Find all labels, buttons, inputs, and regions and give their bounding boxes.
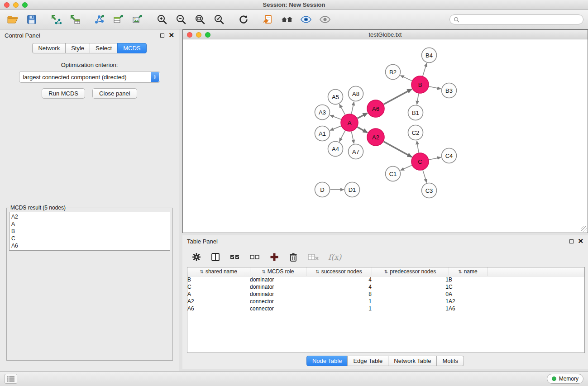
save-session-button[interactable]: [24, 12, 40, 27]
graph-node-B3[interactable]: B3: [442, 83, 457, 98]
graph-edge-A-A3[interactable]: [330, 115, 341, 119]
graph-edge-C-C2[interactable]: [417, 141, 419, 152]
graph-node-C4[interactable]: C4: [442, 148, 457, 163]
graph-node-C[interactable]: C: [411, 153, 429, 170]
graphics-details-button[interactable]: [298, 12, 314, 27]
tab-style[interactable]: Style: [65, 43, 90, 53]
column-header-successor-nodes[interactable]: ⇅successor nodes: [306, 267, 372, 276]
criterion-dropdown[interactable]: largest connected component (directed) ▴…: [19, 71, 160, 83]
graph-node-D[interactable]: D: [315, 182, 330, 197]
zoom-out-button[interactable]: [173, 12, 189, 27]
mcds-result-item[interactable]: A: [11, 220, 168, 228]
network-minimize-button[interactable]: [196, 32, 201, 38]
table-row[interactable]: A2connector11A2: [187, 298, 584, 305]
graph-edge-C-C3[interactable]: [423, 170, 427, 182]
table-row[interactable]: Cdominator41C: [187, 283, 584, 291]
graph-edge-A-A1[interactable]: [330, 126, 341, 130]
apply-layout-button[interactable]: [235, 12, 252, 27]
graph-node-A2[interactable]: A2: [367, 129, 384, 146]
column-header-shared-name[interactable]: ⇅shared name: [187, 267, 250, 276]
graph-edge-A-A8[interactable]: [351, 102, 354, 114]
open-session-button[interactable]: [5, 12, 21, 27]
window-resize-handle[interactable]: [581, 226, 587, 232]
mcds-result-item[interactable]: C: [11, 235, 168, 242]
graph-node-A3[interactable]: A3: [315, 105, 330, 120]
mcds-result-item[interactable]: A6: [11, 242, 168, 249]
graph-node-A8[interactable]: A8: [349, 86, 363, 101]
deselect-all-button[interactable]: [249, 252, 260, 262]
graph-edge-B-B2[interactable]: [401, 76, 412, 81]
float-panel-icon[interactable]: [160, 33, 164, 38]
select-columns-button[interactable]: [210, 252, 220, 262]
tab-edge-table[interactable]: Edge Table: [347, 356, 388, 366]
tab-node-table[interactable]: Node Table: [306, 356, 348, 366]
graph-edge-B-B3[interactable]: [429, 86, 441, 89]
tab-motifs[interactable]: Motifs: [436, 356, 464, 366]
task-history-button[interactable]: [5, 374, 17, 384]
minimize-window-button[interactable]: [13, 2, 19, 8]
graph-edge-A-A7[interactable]: [351, 132, 354, 143]
tab-mcds[interactable]: MCDS: [117, 43, 146, 53]
graph-node-B1[interactable]: B1: [408, 105, 423, 120]
mcds-result-list[interactable]: A2ABCA6: [9, 212, 170, 251]
graph-edge-A-A2[interactable]: [358, 127, 368, 133]
graph-edge-A-A4[interactable]: [339, 131, 345, 142]
graph-edge-C-C1[interactable]: [401, 165, 412, 170]
search-input[interactable]: [462, 16, 579, 23]
zoom-window-button[interactable]: [22, 2, 28, 8]
graph-node-C1[interactable]: C1: [386, 167, 401, 181]
column-header-predecessor-nodes[interactable]: ⇅predecessor nodes: [372, 267, 449, 276]
graph-node-A4[interactable]: A4: [328, 142, 343, 157]
export-network-button[interactable]: [91, 12, 108, 27]
close-panel-icon[interactable]: ✕: [168, 33, 174, 38]
document-arrow-button[interactable]: [260, 12, 276, 27]
table-settings-button[interactable]: [191, 252, 201, 262]
table-row[interactable]: Bdominator41B: [187, 276, 584, 283]
tab-network[interactable]: Network: [32, 43, 66, 53]
tab-network-table[interactable]: Network Table: [388, 356, 437, 366]
graph-edge-A-A5[interactable]: [339, 104, 345, 114]
table-row[interactable]: Adominator80A: [187, 291, 584, 298]
graph-edge-B-B1[interactable]: [417, 94, 419, 105]
graph-node-B4[interactable]: B4: [422, 48, 437, 63]
add-column-button[interactable]: [269, 252, 279, 262]
graph-edge-C-C4[interactable]: [429, 157, 441, 160]
graph-node-C3[interactable]: C3: [422, 183, 437, 198]
export-table-button[interactable]: [110, 12, 127, 27]
graph-node-A6[interactable]: A6: [367, 100, 384, 117]
graph-node-D1[interactable]: D1: [345, 182, 360, 197]
mcds-result-item[interactable]: A2: [11, 213, 168, 220]
close-panel-icon[interactable]: ✕: [578, 239, 583, 243]
float-panel-icon[interactable]: [569, 239, 574, 243]
network-graph[interactable]: B4B2BB3A5A8A6A3B1AC2A1A2A4A7C4CC1C3DD1: [183, 39, 588, 233]
node-table[interactable]: ⇅shared name⇅MCDS role⇅successor nodes⇅p…: [187, 267, 585, 353]
graph-node-B2[interactable]: B2: [386, 65, 401, 80]
export-image-button[interactable]: [129, 12, 146, 27]
delete-table-button[interactable]: [307, 252, 319, 262]
close-panel-button[interactable]: Close panel: [92, 88, 137, 99]
close-window-button[interactable]: [4, 2, 10, 8]
network-canvas[interactable]: B4B2BB3A5A8A6A3B1AC2A1A2A4A7C4CC1C3DD1: [183, 39, 588, 233]
graph-node-B[interactable]: B: [411, 76, 429, 93]
delete-column-button[interactable]: [288, 252, 298, 262]
run-mcds-button[interactable]: Run MCDS: [42, 88, 85, 99]
graph-node-C2[interactable]: C2: [408, 125, 423, 140]
table-row[interactable]: A6connector11A6: [187, 305, 584, 312]
network-zoom-button[interactable]: [205, 32, 210, 38]
column-header-MCDS-role[interactable]: ⇅MCDS role: [250, 267, 306, 276]
graph-node-A[interactable]: A: [341, 114, 358, 131]
zoom-in-button[interactable]: [154, 12, 170, 27]
mcds-result-item[interactable]: B: [11, 228, 168, 235]
import-table-button[interactable]: [67, 12, 83, 27]
graph-edge-B-B4[interactable]: [423, 63, 427, 76]
graph-node-A7[interactable]: A7: [349, 144, 363, 159]
function-builder-button[interactable]: f(x): [328, 253, 341, 262]
dropdown-stepper-icon[interactable]: ▴▾: [151, 72, 159, 82]
graph-node-A5[interactable]: A5: [328, 90, 343, 105]
zoom-fit-button[interactable]: [192, 12, 208, 27]
column-header-name[interactable]: ⇅name: [449, 267, 487, 276]
graph-edge-A-A6[interactable]: [358, 113, 368, 119]
zoom-selected-button[interactable]: [211, 12, 227, 27]
import-network-button[interactable]: [48, 12, 64, 27]
birds-eye-view-button[interactable]: [317, 12, 333, 27]
